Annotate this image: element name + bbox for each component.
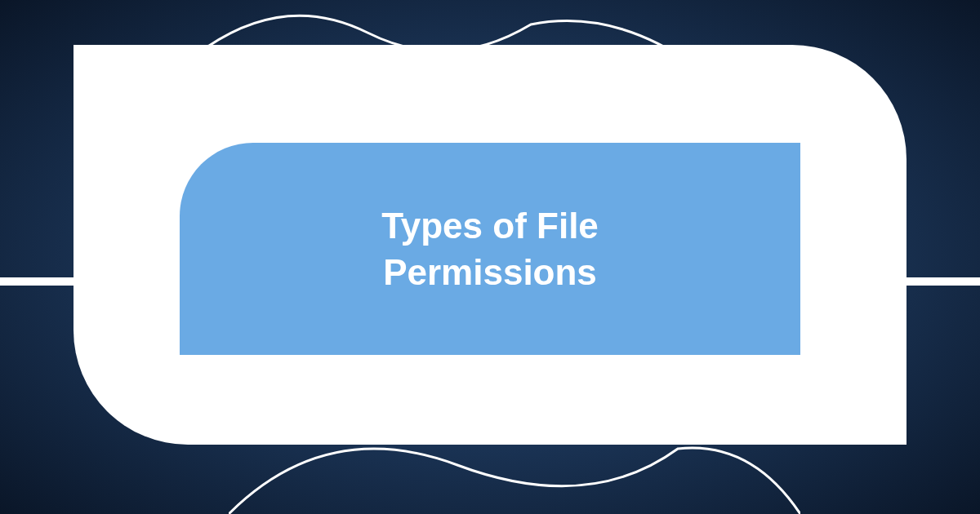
inner-blue-shape: Types of FilePermissions bbox=[180, 143, 800, 355]
decorative-line-left bbox=[0, 277, 74, 286]
page-title: Types of FilePermissions bbox=[332, 202, 648, 295]
decorative-line-right bbox=[906, 277, 980, 286]
